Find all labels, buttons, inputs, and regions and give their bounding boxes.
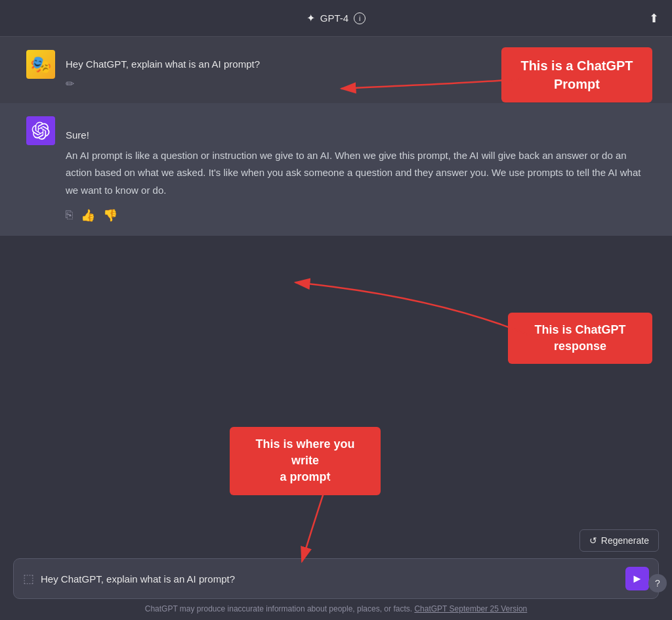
ai-greeting: Sure! (66, 123, 646, 141)
copy-button[interactable]: ⎘ (66, 208, 73, 222)
header-model-name: GPT-4 (320, 12, 348, 24)
model-icon: ✦ (306, 12, 315, 24)
ai-message-content: Sure! An AI prompt is like a question or… (66, 116, 646, 223)
ai-avatar (26, 116, 55, 145)
chat-area: 🎭 Hey ChatGPT, explain what is an AI pro… (0, 37, 672, 535)
user-avatar: 🎭 (26, 50, 55, 79)
header: ✦ GPT-4 i ⬆ (0, 0, 672, 37)
ai-message-block: Sure! An AI prompt is like a question or… (0, 103, 672, 236)
footer-text: ChatGPT may produce inaccurate informati… (13, 599, 659, 620)
header-title-group: ✦ GPT-4 i (306, 12, 366, 24)
footer-link[interactable]: ChatGPT September 25 Version (414, 604, 527, 613)
ai-response-text: An AI prompt is like a question or instr… (66, 147, 646, 199)
bottom-area: ↺ Regenerate ⬚ ► ChatGPT may produce ina… (0, 521, 672, 620)
regenerate-icon: ↺ (589, 535, 597, 546)
thumbs-up-button[interactable]: 👍 (81, 208, 95, 223)
share-button[interactable]: ⬆ (649, 11, 659, 26)
ai-action-buttons: ⎘ 👍 👎 (66, 208, 646, 223)
input-area: ⬚ ► (13, 558, 659, 599)
user-message-row: 🎭 Hey ChatGPT, explain what is an AI pro… (26, 50, 646, 90)
regenerate-label: Regenerate (601, 535, 649, 546)
user-message-block: 🎭 Hey ChatGPT, explain what is an AI pro… (0, 37, 672, 103)
user-message-text: Hey ChatGPT, explain what is an AI promp… (66, 56, 646, 72)
help-button[interactable]: ? (648, 574, 667, 592)
ai-message-row: Sure! An AI prompt is like a question or… (26, 116, 646, 223)
regenerate-row: ↺ Regenerate (13, 529, 659, 552)
user-message-content: Hey ChatGPT, explain what is an AI promp… (66, 50, 646, 90)
openai-logo-icon (32, 122, 50, 140)
edit-icon[interactable]: ✏ (66, 78, 646, 90)
send-icon: ► (631, 572, 643, 586)
send-button[interactable]: ► (625, 567, 649, 590)
prompt-input[interactable] (41, 573, 619, 585)
image-upload-icon[interactable]: ⬚ (23, 571, 34, 586)
thumbs-down-button[interactable]: 👎 (103, 208, 117, 223)
regenerate-button[interactable]: ↺ Regenerate (579, 529, 659, 552)
info-button[interactable]: i (354, 12, 366, 24)
